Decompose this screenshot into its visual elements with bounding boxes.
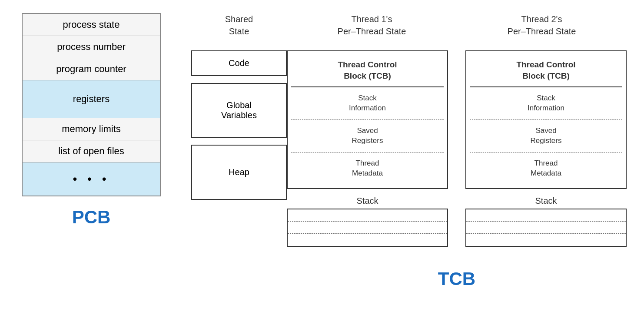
thread1-header: Thread 1's Per–Thread State [287, 13, 457, 37]
shared-box-global-variables: GlobalVariables [191, 83, 287, 138]
pcb-row-process-state: process state [23, 14, 160, 36]
pcb-label: PCB [72, 207, 111, 228]
thread2-stack-line-1 [466, 209, 626, 222]
thread2-stack-box [465, 209, 627, 247]
shared-column: Code GlobalVariables Heap [191, 46, 287, 247]
tcb-footer: TCB [191, 255, 627, 289]
thread1-column: Thread ControlBlock (TCB) StackInformati… [287, 46, 448, 247]
thread2-stack-line-3 [466, 234, 626, 246]
thread1-tcb-box: Thread ControlBlock (TCB) StackInformati… [287, 50, 448, 189]
pcb-section: process state process number program cou… [17, 13, 165, 312]
thread2-column: Thread ControlBlock (TCB) StackInformati… [465, 46, 627, 247]
main-container: process state process number program cou… [17, 13, 627, 312]
tcb-section: Shared State Thread 1's Per–Thread State… [191, 13, 627, 312]
tcb-label: TCB [287, 269, 627, 289]
thread1-stack-label: Stack [287, 196, 448, 206]
thread2-header: Thread 2's Per–Thread State [457, 13, 627, 37]
thread1-saved-registers: SavedRegisters [291, 120, 444, 153]
thread1-thread-metadata: ThreadMetadata [291, 153, 444, 185]
shared-state-header: Shared State [191, 13, 287, 37]
tcb-header-row: Shared State Thread 1's Per–Thread State… [191, 13, 627, 37]
thread1-tcb-title: Thread ControlBlock (TCB) [291, 55, 444, 87]
thread1-stack-box [287, 209, 448, 247]
pcb-row-program-counter: program counter [23, 58, 160, 80]
thread1-stack-line-1 [288, 209, 447, 222]
thread2-stack-label: Stack [465, 196, 627, 206]
pcb-row-open-files: list of open files [23, 140, 160, 162]
shared-box-heap: Heap [191, 145, 287, 200]
pcb-row-registers: registers [23, 80, 160, 118]
pcb-row-dots: • • • [23, 162, 160, 196]
thread1-stack-line-2 [288, 222, 447, 234]
thread2-tcb-box: Thread ControlBlock (TCB) StackInformati… [465, 50, 627, 189]
thread1-stack-line-3 [288, 234, 447, 246]
thread2-saved-registers: SavedRegisters [470, 120, 622, 153]
pcb-row-memory-limits: memory limits [23, 118, 160, 140]
thread1-stack-info: StackInformation [291, 87, 444, 120]
thread2-stack-info: StackInformation [470, 87, 622, 120]
pcb-block: process state process number program cou… [22, 13, 161, 196]
thread-columns: Thread ControlBlock (TCB) StackInformati… [287, 46, 627, 247]
shared-box-code: Code [191, 50, 287, 76]
tcb-body: Code GlobalVariables Heap Thread Control… [191, 46, 627, 247]
thread2-stack-line-2 [466, 222, 626, 234]
thread2-tcb-title: Thread ControlBlock (TCB) [470, 55, 622, 87]
pcb-row-process-number: process number [23, 36, 160, 58]
thread2-thread-metadata: ThreadMetadata [470, 153, 622, 185]
